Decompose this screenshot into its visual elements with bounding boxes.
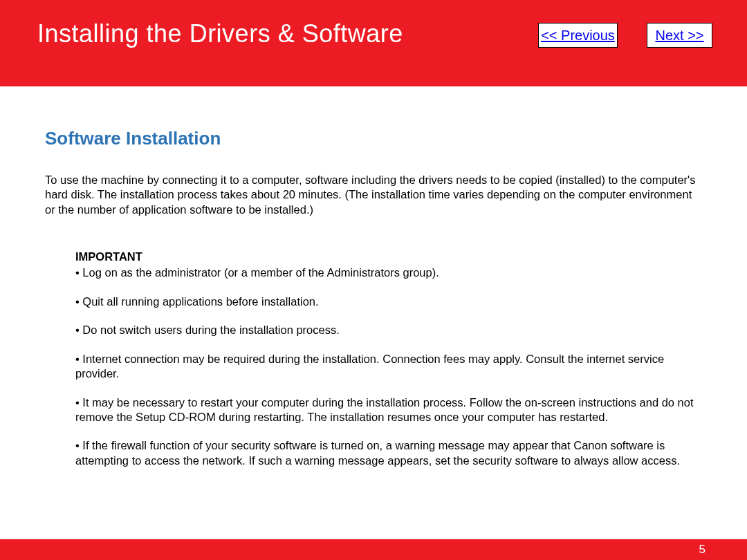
note-item: • Quit all running applications before i… [75,295,695,309]
note-item: • Internet connection may be required du… [75,352,695,382]
note-item: • It may be necessary to restart your co… [75,395,695,425]
important-notes-block: IMPORTANT • Log on as the administrator … [45,250,702,468]
important-label: IMPORTANT [75,250,695,263]
next-button[interactable]: Next >> [647,23,712,48]
previous-button[interactable]: << Previous [538,23,618,48]
note-item: • Do not switch users during the install… [75,323,695,337]
section-title: Software Installation [45,128,702,149]
document-page: Installing the Drivers & Software << Pre… [0,0,747,560]
note-item: • If the firewall function of your secur… [75,438,695,468]
content-area: Software Installation To use the machine… [0,86,747,468]
note-item: • Log on as the administrator (or a memb… [75,265,695,280]
page-number: 5 [699,543,706,557]
footer-bar: 5 [0,539,747,560]
nav-button-group: << Previous Next >> [538,23,712,48]
page-title: Installing the Drivers & Software [37,19,403,48]
intro-paragraph: To use the machine by connecting it to a… [45,173,702,217]
header-bar: Installing the Drivers & Software << Pre… [0,0,747,86]
